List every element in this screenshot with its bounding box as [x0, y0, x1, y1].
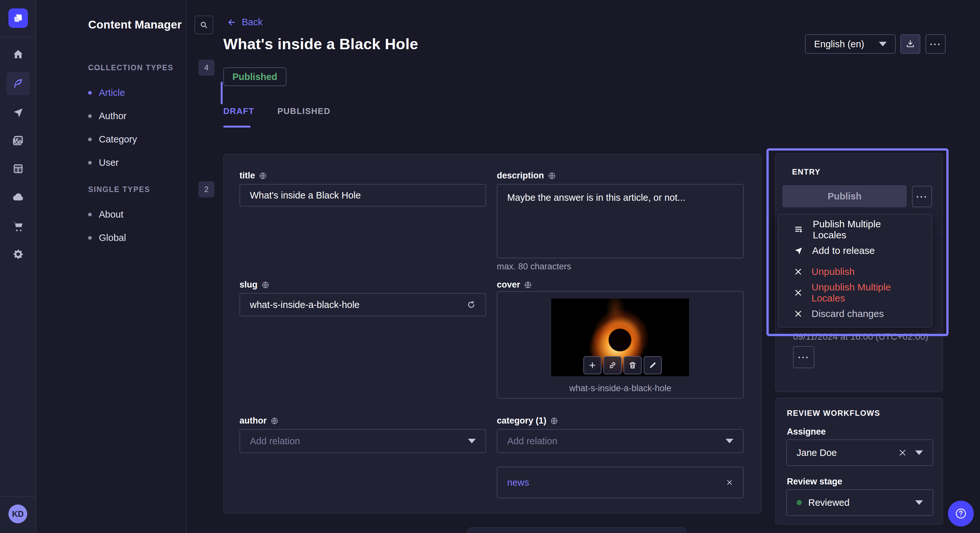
arrow-left-icon [227, 17, 237, 27]
media-library-icon[interactable] [0, 130, 36, 151]
rail-bottom-divider [0, 496, 36, 497]
home-icon[interactable] [0, 44, 36, 65]
description-hint: max. 80 characters [497, 262, 571, 272]
cover-field-label: cover [497, 280, 532, 290]
globe-icon [550, 417, 558, 425]
menu-item-discard-changes[interactable]: Discard changes [778, 303, 932, 324]
sidebar-item-label: Author [99, 111, 126, 121]
category-relation-item: news [497, 466, 744, 498]
app-window: KD Content Manager COLLECTION TYPES 4 Ar… [0, 0, 980, 533]
locale-select[interactable]: English (en) [805, 34, 896, 54]
entry-more-button[interactable]: ... [912, 186, 932, 207]
edit-media-button[interactable] [644, 356, 662, 374]
sidebar-item-global[interactable]: Global [88, 228, 211, 247]
review-panel-title: REVIEW WORKFLOWS [787, 409, 880, 418]
chevron-down-icon [915, 500, 923, 505]
chevron-down-icon [879, 42, 887, 46]
publish-button[interactable]: Publish [782, 185, 907, 207]
content-type-builder-icon[interactable] [0, 159, 36, 179]
menu-item-unpublish[interactable]: Unpublish [778, 261, 932, 282]
help-button[interactable] [948, 501, 974, 527]
strapi-logo[interactable] [8, 8, 28, 28]
sidebar-item-label: Global [99, 233, 126, 243]
entry-panel-title: ENTRY [792, 167, 821, 176]
clear-assignee-icon[interactable] [898, 449, 907, 457]
section-single-types: SINGLE TYPES [88, 185, 150, 194]
sidebar-item-label: About [99, 209, 124, 220]
description-field-label: description [497, 171, 556, 181]
tab-published[interactable]: PUBLISHED [277, 106, 331, 116]
cloud-icon[interactable] [0, 187, 36, 208]
globe-icon [548, 172, 556, 180]
chevron-down-icon [915, 451, 923, 455]
assignee-value: Jane Doe [797, 447, 837, 458]
globe-icon [524, 281, 532, 289]
menu-item-unpublish-multiple-locales[interactable]: Unpublish Multiple Locales [778, 282, 932, 303]
export-button[interactable] [900, 34, 920, 54]
relation-link-news[interactable]: news [507, 477, 529, 488]
globe-icon [259, 172, 267, 180]
author-placeholder: Add relation [250, 436, 300, 447]
author-relation-select[interactable]: Add relation [240, 429, 486, 453]
marketplace-cart-icon[interactable] [0, 216, 36, 236]
content-manager-icon[interactable] [6, 72, 30, 95]
author-field-label: author [240, 416, 278, 426]
section-collection-types: COLLECTION TYPES [88, 63, 173, 72]
remove-relation-icon[interactable] [725, 479, 733, 486]
published-date: 09/11/2024 at 16:00 (UTC+02:00) [793, 332, 928, 342]
menu-item-publish-multiple-locales[interactable]: Publish Multiple Locales [778, 219, 932, 240]
sidebar-item-about[interactable]: About [88, 205, 211, 224]
status-badge: Published [223, 67, 286, 86]
title-input[interactable]: What's inside a Black Hole [240, 184, 486, 206]
x-icon [794, 268, 802, 276]
question-mark-icon [955, 507, 967, 520]
sidebar-item-user[interactable]: User [88, 154, 211, 171]
category-field-label: category (1) [497, 416, 558, 426]
link-icon [608, 361, 617, 370]
bullet-icon [88, 114, 92, 118]
bottom-panel-peek [467, 527, 687, 533]
cover-actions [583, 356, 662, 374]
delete-media-button[interactable] [624, 356, 642, 374]
category-relation-select[interactable]: Add relation [497, 429, 744, 453]
search-button[interactable] [194, 16, 213, 34]
locale-value: English (en) [814, 39, 864, 49]
x-icon [794, 289, 802, 297]
download-icon [906, 40, 915, 49]
sidebar-item-article[interactable]: Article [88, 84, 211, 102]
header-more-button[interactable]: ... [926, 34, 946, 54]
copy-link-button[interactable] [603, 356, 622, 374]
sidebar-item-category[interactable]: Category [88, 130, 211, 148]
publish-actions-menu: Publish Multiple Locales Add to release … [778, 214, 932, 328]
active-tab-indicator [223, 125, 250, 128]
sidebar-item-author[interactable]: Author [88, 107, 211, 125]
regenerate-icon[interactable] [467, 300, 476, 309]
user-avatar[interactable]: KD [8, 504, 27, 523]
sidebar-item-label: Category [99, 134, 137, 145]
description-textarea[interactable]: Maybe the answer is in this article, or … [497, 184, 744, 259]
menu-item-label: Publish Multiple Locales [813, 219, 916, 241]
releases-icon[interactable] [0, 102, 36, 123]
details-more-button[interactable]: ... [793, 346, 815, 368]
slug-input[interactable]: what-s-inside-a-black-hole [240, 293, 486, 316]
paper-plane-icon [794, 246, 803, 255]
back-label: Back [242, 17, 262, 27]
tab-draft[interactable]: DRAFT [223, 106, 255, 116]
back-link[interactable]: Back [227, 17, 262, 27]
assignee-combobox[interactable]: Jane Doe [786, 439, 933, 466]
sidebar-item-label: User [99, 157, 119, 168]
active-item-indicator [221, 82, 223, 104]
chevron-down-icon [468, 439, 476, 443]
globe-icon [270, 417, 278, 425]
trash-icon [628, 361, 637, 370]
review-stage-select[interactable]: Reviewed [786, 489, 933, 516]
add-media-button[interactable] [583, 356, 601, 374]
cover-caption: what-s-inside-a-black-hole [497, 383, 744, 393]
title-field-label: title [240, 171, 267, 181]
review-stage-value: Reviewed [808, 497, 850, 508]
assignee-label: Assignee [787, 427, 826, 437]
nav-rail: KD [0, 0, 36, 533]
menu-item-add-to-release[interactable]: Add to release [778, 240, 932, 261]
page-title: What's inside a Black Hole [223, 35, 418, 53]
settings-gear-icon[interactable] [0, 244, 36, 265]
